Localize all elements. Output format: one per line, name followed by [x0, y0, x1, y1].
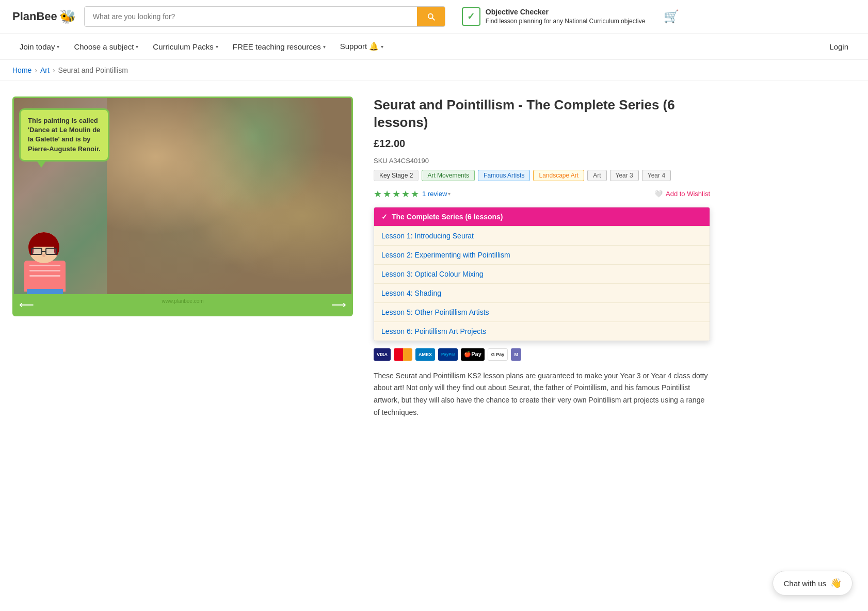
- objective-checker[interactable]: ✓ Objective Checker Find lesson planning…: [462, 7, 646, 26]
- tag-famous-artists[interactable]: Famous Artists: [478, 170, 530, 181]
- dropdown-option-1[interactable]: Lesson 1: Introducing Seurat: [374, 226, 710, 245]
- product-image: This painting is called 'Dance at Le Mou…: [12, 97, 353, 316]
- cart-icon[interactable]: 🛒: [664, 9, 679, 24]
- breadcrumb-home[interactable]: Home: [12, 66, 31, 74]
- dropdown-option-2[interactable]: Lesson 2: Experimenting with Pointillism: [374, 245, 710, 264]
- nav-curriculum-packs[interactable]: Curriculum Packs ▾: [146, 34, 226, 59]
- next-arrow[interactable]: ⟶: [331, 298, 346, 311]
- star-1: ★: [374, 188, 382, 200]
- tag-ks2[interactable]: Key Stage 2: [374, 170, 419, 181]
- nav-free-resources[interactable]: FREE teaching resources ▾: [226, 34, 333, 59]
- search-icon: [426, 12, 436, 21]
- url-bar: www.planbee.com: [162, 298, 203, 311]
- breadcrumb: Home › Art › Seurat and Pointillism: [0, 60, 868, 81]
- wishlist-button[interactable]: 🤍 Add to Wishlist: [654, 190, 710, 198]
- chevron-down-icon: ▾: [216, 44, 218, 50]
- product-price: £12.00: [374, 138, 710, 150]
- nav-choose-subject-label: Choose a subject: [74, 42, 134, 51]
- dropdown-option-4[interactable]: Lesson 4: Shading: [374, 283, 710, 302]
- breadcrumb-current: Seurat and Pointillism: [58, 66, 128, 74]
- dropdown-option-3[interactable]: Lesson 3: Optical Colour Mixing: [374, 264, 710, 283]
- logo-bee: 🐝: [59, 9, 76, 25]
- nav-curriculum-packs-label: Curriculum Packs: [153, 42, 214, 51]
- sku-value: A34CS40190: [389, 157, 429, 165]
- mastercard-icon: [394, 348, 412, 361]
- objective-checker-title: Objective Checker: [486, 7, 646, 18]
- chevron-down-icon: ▾: [323, 44, 326, 50]
- product-description: These Seurat and Pointillism KS2 lesson …: [374, 370, 710, 419]
- dropdown-selected-option[interactable]: ✓ The Complete Series (6 lessons): [374, 207, 710, 226]
- checkmark-icon: ✓: [381, 213, 388, 221]
- chevron-down-icon: ▾: [136, 44, 138, 50]
- review-chevron: ▾: [448, 191, 451, 197]
- nav-choose-subject[interactable]: Choose a subject ▾: [67, 34, 146, 59]
- search-bar: [84, 6, 445, 27]
- breadcrumb-separator: ›: [35, 66, 37, 74]
- star-rating: ★ ★ ★ ★ ★: [374, 188, 419, 200]
- dropdown-option-5[interactable]: Lesson 5: Other Pointillism Artists: [374, 302, 710, 321]
- heart-icon: 🤍: [654, 190, 663, 198]
- search-input[interactable]: [85, 7, 417, 26]
- nav-login[interactable]: Login: [822, 34, 856, 59]
- paypal-icon: PayPal: [438, 348, 458, 361]
- nav-join-today[interactable]: Join today ▾: [12, 34, 67, 59]
- reviews-row: ★ ★ ★ ★ ★ 1 review ▾ 🤍 Add to Wishlist: [374, 188, 710, 200]
- nav-support[interactable]: Support 🔔 ▾: [333, 34, 391, 59]
- tag-art-movements[interactable]: Art Movements: [422, 170, 475, 181]
- search-button[interactable]: [417, 7, 445, 26]
- product-title: Seurat and Pointillism - The Complete Se…: [374, 97, 710, 132]
- payment-methods: VISA AMEX PayPal 🍎Pay G Pay M: [374, 348, 710, 361]
- amex-icon: AMEX: [415, 348, 435, 361]
- product-info: Seurat and Pointillism - The Complete Se…: [374, 97, 710, 419]
- logo-text: PlanBee: [12, 10, 57, 23]
- sku-label: SKU: [374, 157, 388, 165]
- prev-arrow[interactable]: ⟵: [19, 298, 34, 311]
- nav-free-resources-label: FREE teaching resources: [233, 42, 321, 51]
- objective-checker-desc: Find lesson planning for any National Cu…: [486, 17, 646, 26]
- image-nav-arrows: ⟵ www.planbee.com ⟶: [14, 294, 351, 315]
- site-logo[interactable]: PlanBee🐝: [12, 9, 76, 25]
- maestro-icon: M: [511, 348, 521, 361]
- painting-area: This painting is called 'Dance at Le Mou…: [14, 98, 351, 294]
- star-5: ★: [411, 188, 419, 200]
- speech-bubble: This painting is called 'Dance at Le Mou…: [19, 108, 109, 162]
- tag-art[interactable]: Art: [587, 170, 606, 181]
- star-3: ★: [392, 188, 400, 200]
- nav-join-today-label: Join today: [20, 42, 55, 51]
- dropdown-option-6[interactable]: Lesson 6: Pointillism Art Projects: [374, 321, 710, 341]
- dropdown-selected-label: The Complete Series (6 lessons): [392, 213, 503, 221]
- tag-year4[interactable]: Year 4: [642, 170, 671, 181]
- objective-checker-text: Objective Checker Find lesson planning f…: [486, 7, 646, 26]
- objective-checker-icon: ✓: [462, 7, 480, 26]
- lesson-dropdown[interactable]: ✓ The Complete Series (6 lessons) Lesson…: [374, 207, 710, 341]
- character-figure: [24, 232, 71, 294]
- breadcrumb-art[interactable]: Art: [40, 66, 50, 74]
- image-inner: This painting is called 'Dance at Le Mou…: [14, 98, 351, 315]
- chevron-down-icon: ▾: [57, 44, 59, 50]
- nav-support-label: Support 🔔: [340, 42, 379, 51]
- tag-year3[interactable]: Year 3: [610, 170, 639, 181]
- speech-bubble-text: This painting is called 'Dance at Le Mou…: [28, 117, 101, 153]
- painting-background: [107, 98, 351, 294]
- chevron-down-icon: ▾: [381, 44, 383, 50]
- wishlist-label: Add to Wishlist: [666, 190, 710, 198]
- review-count[interactable]: 1 review: [422, 190, 447, 198]
- main-nav: Join today ▾ Choose a subject ▾ Curricul…: [0, 34, 868, 60]
- main-content: This painting is called 'Dance at Le Mou…: [0, 81, 722, 435]
- rating-section: ★ ★ ★ ★ ★ 1 review ▾: [374, 188, 451, 200]
- star-4: ★: [401, 188, 410, 200]
- star-2: ★: [383, 188, 391, 200]
- product-sku: SKU A34CS40190: [374, 157, 710, 165]
- apple-pay-icon: 🍎Pay: [461, 348, 485, 361]
- tag-landscape-art[interactable]: Landscape Art: [533, 170, 584, 181]
- site-header: PlanBee🐝 ✓ Objective Checker Find lesson…: [0, 0, 868, 34]
- google-pay-icon: G Pay: [488, 348, 508, 361]
- breadcrumb-separator: ›: [53, 66, 55, 74]
- visa-icon: VISA: [374, 348, 391, 361]
- product-image-section: This painting is called 'Dance at Le Mou…: [12, 97, 353, 419]
- product-tags: Key Stage 2 Art Movements Famous Artists…: [374, 170, 710, 181]
